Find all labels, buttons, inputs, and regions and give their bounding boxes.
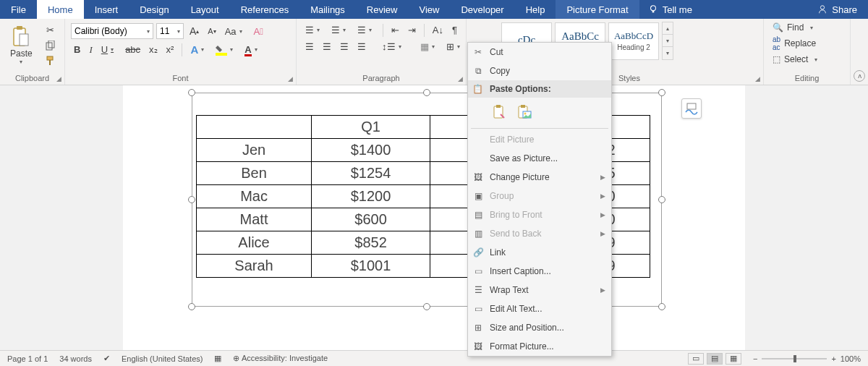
- tab-picture-format[interactable]: Picture Format: [556, 0, 639, 19]
- ctx-link[interactable]: 🔗Link: [468, 243, 611, 262]
- tell-me-search[interactable]: Tell me: [639, 0, 701, 19]
- tab-home[interactable]: Home: [37, 0, 84, 19]
- italic-button[interactable]: I: [86, 43, 95, 57]
- multilevel-button[interactable]: ☰▾: [354, 23, 378, 37]
- grow-font-button[interactable]: A▴: [187, 24, 202, 38]
- spell-check-icon[interactable]: ✔: [103, 354, 110, 363]
- tab-layout[interactable]: Layout: [180, 0, 230, 19]
- select-button[interactable]: ⬚ Select▾: [770, 54, 844, 65]
- clipboard-launcher[interactable]: ◢: [55, 75, 63, 83]
- font-color-button[interactable]: A▾: [242, 43, 263, 56]
- ctx-edit-alt-text[interactable]: ▭Edit Alt Text...: [468, 299, 611, 318]
- resize-handle-n[interactable]: [423, 89, 430, 96]
- tab-file[interactable]: File: [0, 0, 37, 19]
- justify-button[interactable]: ☰: [354, 40, 369, 54]
- tab-review[interactable]: Review: [356, 0, 409, 19]
- paste-keep-source-button[interactable]: [490, 102, 510, 122]
- font-size-input[interactable]: [157, 26, 174, 36]
- ctx-insert-caption[interactable]: ▭Insert Caption...: [468, 262, 611, 281]
- paragraph-launcher[interactable]: ◢: [456, 75, 464, 83]
- zoom-thumb[interactable]: [793, 355, 796, 362]
- paste-button[interactable]: Paste ▾: [6, 24, 37, 67]
- highlight-button[interactable]: ▾: [213, 43, 239, 57]
- zoom-in-button[interactable]: +: [831, 354, 835, 363]
- ctx-cut[interactable]: ✂Cut: [468, 43, 611, 61]
- show-marks-button[interactable]: ¶: [449, 23, 460, 37]
- resize-handle-w[interactable]: [188, 196, 195, 203]
- format-painter-button[interactable]: [43, 54, 59, 67]
- text-effects-button[interactable]: A▾: [187, 42, 210, 57]
- status-page[interactable]: Page 1 of 1: [7, 354, 48, 363]
- subscript-button[interactable]: x₂: [146, 43, 161, 56]
- numbering-button[interactable]: ☰▾: [328, 23, 352, 37]
- superscript-button[interactable]: x²: [163, 43, 177, 56]
- replace-button[interactable]: abac Replace: [770, 35, 844, 52]
- borders-button[interactable]: ⊞▾: [443, 40, 466, 54]
- view-read-mode[interactable]: ▭: [688, 353, 704, 365]
- align-center-button[interactable]: ☰: [320, 40, 334, 54]
- view-print-layout[interactable]: ▤: [707, 353, 723, 365]
- sort-button[interactable]: A↓: [430, 23, 446, 37]
- document-page[interactable]: Q1 Q2 Q4 Jen$1400$84659722 Ben$1254$2354…: [123, 85, 745, 350]
- tab-design[interactable]: Design: [129, 0, 179, 19]
- strikethrough-button[interactable]: abc: [122, 43, 143, 56]
- resize-handle-s[interactable]: [423, 303, 430, 310]
- resize-handle-sw[interactable]: [188, 303, 195, 310]
- styles-up-button[interactable]: ▴: [663, 22, 673, 35]
- styles-more-button[interactable]: ▾: [663, 47, 673, 59]
- line-spacing-button[interactable]: ↕☰▾: [379, 40, 407, 54]
- layout-options-button[interactable]: [681, 98, 702, 119]
- ctx-change-picture[interactable]: 🖼Change Picture▶: [468, 168, 611, 187]
- clear-formatting-button[interactable]: A⃠: [251, 25, 266, 38]
- macro-icon[interactable]: ▦: [214, 354, 221, 363]
- ctx-copy[interactable]: ⧉Copy: [468, 61, 611, 80]
- share-button[interactable]: Share: [807, 0, 868, 19]
- collapse-ribbon-button[interactable]: ʌ: [854, 70, 865, 82]
- bold-button[interactable]: B: [71, 43, 83, 56]
- align-right-icon: ☰: [340, 41, 349, 52]
- status-accessibility[interactable]: ⊕ Accessibility: Investigate: [233, 354, 328, 363]
- view-web-layout[interactable]: ▦: [726, 353, 741, 365]
- font-size-combo[interactable]: ▾: [156, 23, 184, 39]
- tab-mailings[interactable]: Mailings: [299, 0, 356, 19]
- ctx-wrap-text[interactable]: ☰Wrap Text▶: [468, 281, 611, 299]
- copy-button[interactable]: [43, 39, 59, 52]
- status-language[interactable]: English (United States): [122, 354, 203, 363]
- ctx-save-as-picture[interactable]: Save as Picture...: [468, 149, 611, 168]
- bullets-button[interactable]: ☰▾: [302, 23, 326, 37]
- paste-picture-button[interactable]: [514, 102, 535, 122]
- style-item-heading2[interactable]: AaBbCcDHeading 2: [608, 22, 659, 60]
- resize-handle-ne[interactable]: [658, 89, 665, 96]
- tab-view[interactable]: View: [408, 0, 450, 19]
- font-family-input[interactable]: [72, 26, 144, 36]
- decrease-indent-button[interactable]: ⇤: [388, 23, 402, 37]
- align-left-button[interactable]: ☰: [302, 40, 317, 54]
- tab-references[interactable]: References: [230, 0, 299, 19]
- styles-launcher[interactable]: ◢: [754, 75, 762, 83]
- tab-developer[interactable]: Developer: [450, 0, 514, 19]
- underline-button[interactable]: U▾: [98, 43, 119, 56]
- cut-button[interactable]: ✂: [43, 23, 59, 37]
- find-button[interactable]: 🔍 Find▾: [770, 22, 844, 33]
- tab-help[interactable]: Help: [515, 0, 556, 19]
- shading-button[interactable]: ▦▾: [417, 40, 441, 54]
- status-word-count[interactable]: 34 words: [59, 354, 92, 363]
- ctx-size-position[interactable]: ⊞Size and Position...: [468, 318, 611, 337]
- styles-down-button[interactable]: ▾: [663, 35, 673, 47]
- resize-handle-e[interactable]: [658, 196, 665, 203]
- change-case-button[interactable]: Aa▾: [222, 25, 248, 38]
- zoom-level[interactable]: 100%: [841, 354, 861, 363]
- zoom-slider[interactable]: [762, 358, 827, 359]
- font-family-combo[interactable]: ▾: [71, 23, 153, 39]
- align-right-button[interactable]: ☰: [337, 40, 352, 54]
- ctx-format-picture[interactable]: 🖼Format Picture...: [468, 337, 611, 356]
- shrink-font-button[interactable]: A▾: [205, 25, 218, 37]
- font-launcher[interactable]: ◢: [286, 75, 294, 83]
- web-layout-icon: ▦: [730, 354, 737, 363]
- increase-indent-button[interactable]: ⇥: [405, 23, 419, 37]
- tab-insert[interactable]: Insert: [84, 0, 129, 19]
- pilcrow-icon: ¶: [452, 25, 457, 35]
- resize-handle-se[interactable]: [658, 303, 665, 310]
- zoom-out-button[interactable]: −: [753, 354, 757, 363]
- resize-handle-nw[interactable]: [188, 89, 195, 96]
